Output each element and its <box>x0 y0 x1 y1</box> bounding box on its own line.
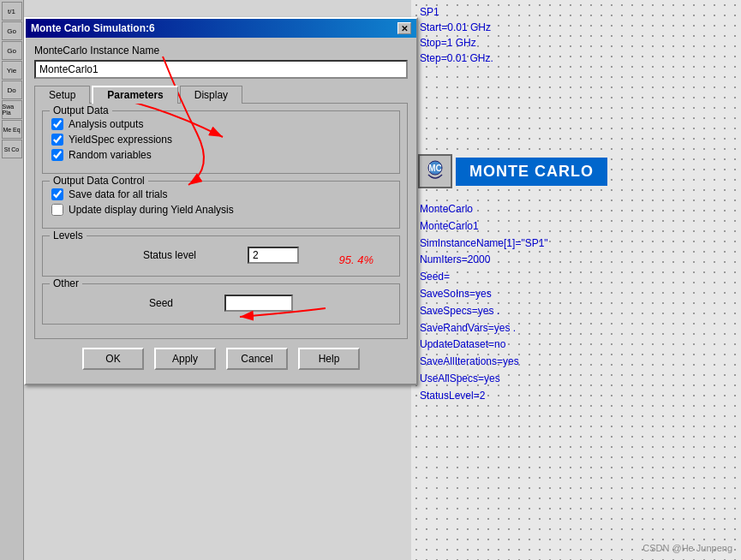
monte-carlo-dialog: Monte Carlo Simulation:6 ✕ MonteCarlo In… <box>24 17 418 385</box>
toolbar-btn-7[interactable]: Me Eq <box>2 120 22 139</box>
mc-info-line-5: Seed= <box>420 269 548 286</box>
mc-info-line-12: StatusLevel=2 <box>420 388 548 405</box>
toolbar-btn-2[interactable]: Go <box>2 21 22 40</box>
sp1-info: SP1 Start=0.01 GHz Stop=1 GHz Step=0.01 … <box>420 4 493 66</box>
toolbar-btn-4[interactable]: Yie <box>2 61 22 80</box>
tab-setup[interactable]: Setup <box>34 86 90 104</box>
output-data-control-group: Output Data Control Save data for all tr… <box>42 181 400 229</box>
mc-info-line-9: UpdateDataset=no <box>420 337 548 354</box>
svg-text:MC: MC <box>428 164 442 173</box>
mc-info-line-10: SaveAllIterations=yes <box>420 354 548 371</box>
checkbox-yieldspec-input[interactable] <box>51 134 63 146</box>
checkbox-yieldspec-label: YieldSpec expressions <box>69 134 172 146</box>
seed-input[interactable] <box>224 295 293 312</box>
checkbox-update-display-input[interactable] <box>51 204 63 216</box>
toolbar-btn-5[interactable]: Do <box>2 80 22 99</box>
mc-info-line-7: SaveSpecs=yes . <box>420 303 548 320</box>
mc-info: MonteCarlo MonteCarlo1 SimInstanceName[1… <box>420 201 548 405</box>
mc-info-line-3: SimInstanceName[1]="SP1" <box>420 235 548 253</box>
sp1-start: Start=0.01 GHz <box>420 20 493 35</box>
percent-annotation: 95. 4% <box>339 253 373 266</box>
dialog-body: MonteCarlo Instance Name Setup Parameter… <box>26 38 416 384</box>
checkbox-update-display-label: Update display during Yield Analysis <box>69 204 234 216</box>
mc-icon: MC <box>418 154 452 188</box>
checkbox-yieldspec: YieldSpec expressions <box>51 134 391 146</box>
mc-info-line-4: NumIters=2000 <box>420 252 548 269</box>
tab-parameters[interactable]: Parameters <box>92 86 177 104</box>
output-data-group: Output Data Analysis outputs YieldSpec e… <box>42 110 400 174</box>
apply-button[interactable]: Apply <box>154 348 216 370</box>
mc-info-line-1: MonteCarlo <box>420 201 548 218</box>
output-data-control-label: Output Data Control <box>50 175 148 187</box>
sp1-title: SP1 <box>420 4 493 20</box>
dialog-titlebar: Monte Carlo Simulation:6 ✕ <box>26 19 416 38</box>
instance-name-input[interactable] <box>34 60 408 79</box>
checkbox-save-data-label: Save data for all trials <box>69 188 167 200</box>
checkbox-random-input[interactable] <box>51 149 63 161</box>
mc-label: MONTE CARLO <box>456 158 607 186</box>
ok-button[interactable]: OK <box>82 348 144 370</box>
checkbox-save-data: Save data for all trials <box>51 188 391 200</box>
sp1-stop: Stop=1 GHz <box>420 35 493 51</box>
left-toolbar: t/1 Go Go Yie Do Swa Pla Me Eq St Co <box>0 0 24 560</box>
toolbar-btn-3[interactable]: Go <box>2 41 22 60</box>
mc-info-line-8: SaveRandVars=yes . <box>420 320 548 337</box>
dialog-title: Monte Carlo Simulation:6 <box>31 22 155 34</box>
help-button[interactable]: Help <box>298 348 360 370</box>
tabs-row: Setup Parameters Display <box>34 86 408 104</box>
checkbox-save-data-input[interactable] <box>51 188 63 200</box>
checkbox-analysis: Analysis outputs <box>51 118 391 130</box>
mc-info-line-2: MonteCarlo1 <box>420 218 548 235</box>
watermark: CSDN @He Junpeng <box>642 543 732 553</box>
status-level-input[interactable] <box>248 247 299 264</box>
seed-label: Seed <box>149 297 173 309</box>
seed-row: Seed <box>51 291 391 315</box>
levels-group: Levels Status level 95. 4% <box>42 235 400 277</box>
tab-content: Output Data Analysis outputs YieldSpec e… <box>34 103 408 339</box>
close-button[interactable]: ✕ <box>397 22 411 34</box>
button-row: OK Apply Cancel Help <box>34 339 408 375</box>
toolbar-btn-1[interactable]: t/1 <box>2 2 22 21</box>
tab-display[interactable]: Display <box>180 86 242 104</box>
toolbar-btn-8[interactable]: St Co <box>2 140 22 158</box>
other-group: Other Seed <box>42 283 400 325</box>
cancel-button[interactable]: Cancel <box>226 348 288 370</box>
levels-label: Levels <box>50 229 87 241</box>
mc-info-line-6: SaveSoIns=yes <box>420 286 548 303</box>
mc-block: MC MONTE CARLO <box>418 154 607 188</box>
sp1-step: Step=0.01 GHz. <box>420 51 493 66</box>
status-level-label: Status level <box>143 249 196 261</box>
toolbar-btn-6[interactable]: Swa Pla <box>2 100 22 119</box>
output-data-label: Output Data <box>50 104 112 116</box>
checkbox-analysis-label: Analysis outputs <box>69 118 143 130</box>
instance-label: MonteCarlo Instance Name <box>34 45 408 57</box>
other-label: Other <box>50 277 82 289</box>
checkbox-random-label: Random variables <box>69 149 152 161</box>
checkbox-update-display: Update display during Yield Analysis <box>51 204 391 216</box>
mc-info-line-11: UseAllSpecs=yes <box>420 371 548 388</box>
checkbox-random: Random variables <box>51 149 391 161</box>
checkbox-analysis-input[interactable] <box>51 118 63 130</box>
